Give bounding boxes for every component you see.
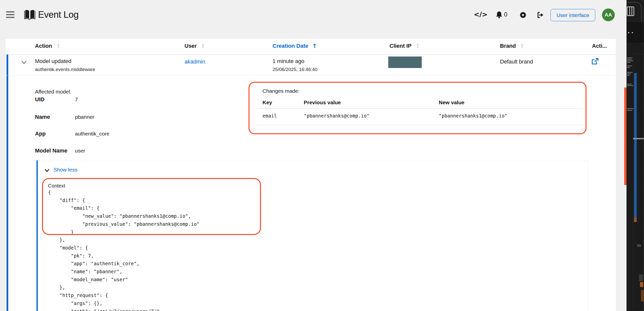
- open-event-share-icon[interactable]: [592, 58, 598, 65]
- sort-ascending-icon[interactable]: ↑: [312, 43, 317, 49]
- ellipsis-box: [626, 22, 644, 44]
- changes-new-value: "pbannershanks1@comp.io": [439, 113, 508, 118]
- minimap-blob: [641, 290, 644, 302]
- minimap-blob: [639, 274, 643, 281]
- changes-divider: [257, 125, 583, 125]
- event-action-app: authentik.events.middleware: [35, 67, 95, 72]
- avatar[interactable]: AA: [602, 8, 615, 21]
- minimap-text-smudge: [627, 67, 630, 68]
- event-context-box: Show less Context { "diff": { "email": {…: [36, 160, 588, 311]
- changes-key: email: [262, 113, 277, 118]
- column-header-actions: Acti...: [592, 43, 607, 49]
- show-less-toggle[interactable]: Show less: [54, 167, 78, 173]
- affected-model-label: Affected model:: [35, 89, 72, 95]
- field-value: pbanner: [75, 114, 94, 120]
- field-value: authentik_core: [75, 131, 110, 137]
- minimap-text-smudge: [627, 59, 632, 60]
- notifications-bell-icon[interactable]: [496, 11, 502, 18]
- sort-idle-icon[interactable]: ↕: [201, 43, 205, 49]
- field-label: Name: [35, 114, 50, 120]
- page-title: Event Log: [38, 10, 78, 20]
- dot: [632, 32, 633, 33]
- hamburger-menu-icon[interactable]: [6, 11, 14, 18]
- changes-col-previous: Previous value: [304, 100, 341, 106]
- column-header-action[interactable]: Action ↕: [35, 43, 60, 49]
- field-label: App: [35, 130, 46, 137]
- minimap-text-smudge: [627, 75, 630, 76]
- minimap-text-smudge: [627, 84, 632, 84]
- field-value: 7: [75, 96, 78, 102]
- open-book-icon: [24, 10, 36, 20]
- event-created-absolute: 25/06/2025, 16:46:40: [272, 67, 318, 72]
- minimap-text-smudge: [627, 85, 633, 86]
- minimap-text-smudge: [627, 110, 632, 111]
- user-interface-button-label: User interface: [556, 12, 589, 18]
- event-log-page: Event Log </> 0 User interface AA: [0, 0, 644, 311]
- table-header-row: Action ↕ User ↕ Creation Date ↑ Client I…: [6, 39, 616, 55]
- minimap-text-smudge: [627, 74, 631, 74]
- changes-made-title: Changes made:: [262, 88, 300, 94]
- field-label: UID: [35, 96, 44, 103]
- minimap-text-smudge: [627, 72, 632, 73]
- event-user-link[interactable]: akadmin: [184, 58, 205, 65]
- changes-col-new: New value: [439, 100, 464, 106]
- changes-previous-value: "pbannershanks@comp.io": [304, 113, 370, 118]
- sort-idle-icon[interactable]: ↕: [416, 43, 420, 49]
- event-created-relative: 1 minute ago: [272, 58, 304, 64]
- event-brand: Default brand: [500, 58, 533, 65]
- row-divider: [6, 75, 616, 76]
- sort-idle-icon[interactable]: ↕: [56, 43, 60, 49]
- settings-gear-icon[interactable]: [519, 11, 527, 19]
- minimap-marker: [634, 218, 637, 222]
- expanded-row-indicator: [6, 54, 8, 311]
- changes-col-key: Key: [262, 100, 272, 106]
- user-interface-button[interactable]: User interface: [550, 9, 595, 21]
- sort-idle-icon[interactable]: ↕: [520, 43, 524, 49]
- minimap-text-smudge: [627, 62, 630, 63]
- notification-count: 0: [504, 11, 507, 18]
- minimap-text-smudge: [627, 60, 633, 61]
- column-header-brand[interactable]: Brand ↕: [500, 43, 524, 49]
- event-action: Model updated: [35, 58, 72, 64]
- column-header-client-ip[interactable]: Client IP ↕: [390, 43, 420, 49]
- minimap-scroll-bar: [634, 73, 637, 218]
- dot: [628, 32, 629, 33]
- column-header-creation-date[interactable]: Creation Date ↑: [272, 43, 317, 49]
- avatar-initials: AA: [605, 12, 612, 18]
- collapse-row-chevron-icon[interactable]: [21, 60, 27, 64]
- api-code-icon[interactable]: </>: [474, 10, 488, 18]
- minimap-text-smudge: [627, 58, 632, 58]
- context-label: Context: [48, 183, 65, 189]
- minimap-text-smudge: [627, 66, 632, 66]
- context-json: { "diff": { "email": { "new_value": "pba…: [48, 188, 200, 311]
- changes-divider: [257, 108, 583, 108]
- event-table-card: Action ↕ User ↕ Creation Date ↑ Client I…: [6, 39, 616, 311]
- minimap-text-smudge: [627, 108, 634, 109]
- minimap-blob: [637, 244, 641, 247]
- show-less-chevron-icon[interactable]: [44, 169, 50, 172]
- side-panel-strip: [626, 0, 644, 311]
- field-value: user: [75, 148, 85, 154]
- sign-out-icon[interactable]: [537, 12, 544, 18]
- panel-edge-dotted-line: [643, 0, 643, 311]
- field-label: Model Name: [35, 148, 68, 154]
- client-ip-redaction-box: [388, 56, 422, 68]
- minimap-viewport-line: [633, 138, 644, 139]
- column-header-user[interactable]: User ↕: [184, 43, 205, 49]
- table-layout-icon: [627, 6, 634, 16]
- annotation-bar-right: [624, 88, 626, 185]
